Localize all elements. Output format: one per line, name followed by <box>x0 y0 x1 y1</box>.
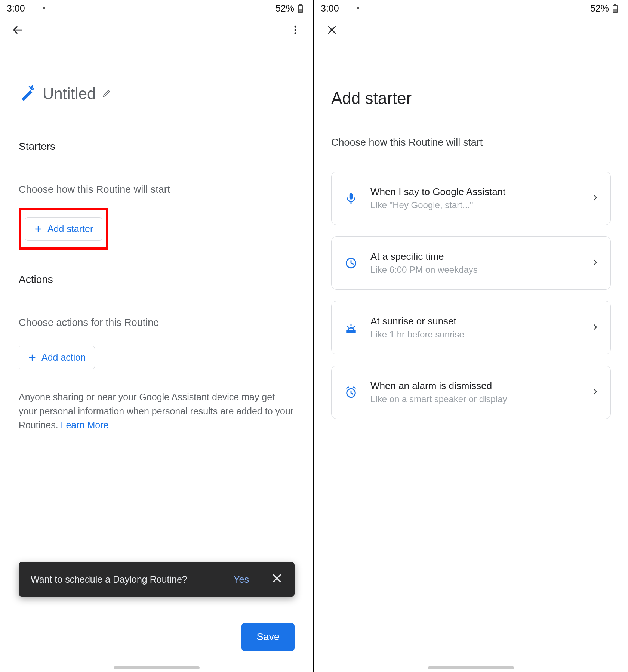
routine-edit-screen: 3:00 52% <box>0 0 314 672</box>
more-notifications-dot <box>43 7 45 9</box>
svg-rect-13 <box>350 193 353 199</box>
add-action-button[interactable]: Add action <box>19 346 95 369</box>
battery-icon <box>298 4 303 13</box>
more-notifications-dot <box>357 7 359 9</box>
sunrise-icon <box>343 321 359 334</box>
option-title: When an alarm is dismissed <box>370 380 580 392</box>
chevron-right-icon <box>591 323 599 333</box>
option-desc: Like on a smart speaker or display <box>370 394 580 404</box>
starters-heading: Starters <box>19 141 295 152</box>
highlight-annotation: Add starter <box>19 208 108 250</box>
status-right: 52% <box>575 3 618 14</box>
microphone-icon <box>343 192 359 205</box>
page-title: Add starter <box>331 89 611 108</box>
routine-name: Untitled <box>43 85 96 103</box>
snackbar-close-button[interactable] <box>271 573 283 586</box>
learn-more-link[interactable]: Learn More <box>61 420 109 430</box>
home-indicator[interactable] <box>114 666 200 669</box>
back-button[interactable] <box>9 21 27 39</box>
starter-option-alarm[interactable]: When an alarm is dismissed Like on a sma… <box>331 366 611 419</box>
alarm-clock-icon <box>343 386 359 399</box>
svg-point-7 <box>295 32 296 34</box>
status-right: 52% <box>261 3 303 14</box>
clock-text: 3:00 <box>321 3 339 14</box>
close-button[interactable] <box>323 21 341 39</box>
battery-text: 52% <box>590 3 609 14</box>
starter-option-time[interactable]: At a specific time Like 6:00 PM on weekd… <box>331 236 611 290</box>
clock-text: 3:00 <box>7 3 25 14</box>
status-bar: 3:00 52% <box>314 0 628 16</box>
add-starter-button[interactable]: Add starter <box>25 217 102 241</box>
svg-rect-15 <box>346 332 356 333</box>
starters-subtitle: Choose how this Routine will start <box>19 184 295 195</box>
actions-subtitle: Choose actions for this Routine <box>19 317 295 329</box>
home-indicator[interactable] <box>428 666 514 669</box>
privacy-disclaimer: Anyone sharing or near your Google Assis… <box>19 390 295 432</box>
chevron-right-icon <box>591 388 599 397</box>
snackbar-text: Want to schedule a Daylong Routine? <box>31 574 234 585</box>
add-starter-content: Add starter Choose how this Routine will… <box>314 43 628 419</box>
page-subtitle: Choose how this Routine will start <box>331 137 611 148</box>
edit-name-button[interactable] <box>102 89 111 99</box>
option-desc: Like 6:00 PM on weekdays <box>370 265 580 275</box>
disclaimer-text: Anyone sharing or near your Google Assis… <box>19 392 293 430</box>
actions-heading: Actions <box>19 274 295 286</box>
chevron-right-icon <box>591 258 599 268</box>
clock-icon <box>343 257 359 269</box>
status-left: 3:00 <box>7 3 45 14</box>
add-starter-label: Add starter <box>47 224 93 234</box>
starter-option-sunrise[interactable]: At sunrise or sunset Like 1 hr before su… <box>331 301 611 354</box>
app-bar <box>0 16 313 43</box>
option-desc: Like "Hey Google, start..." <box>370 200 580 210</box>
battery-text: 52% <box>275 3 294 14</box>
snackbar-yes-button[interactable]: Yes <box>234 574 249 585</box>
svg-point-5 <box>295 26 296 28</box>
add-starter-screen: 3:00 52% Add starter Choose how this Rou… <box>314 0 628 672</box>
overflow-menu-button[interactable] <box>286 21 304 39</box>
magic-wand-icon <box>19 84 36 103</box>
option-desc: Like 1 hr before sunrise <box>370 329 580 340</box>
option-title: At sunrise or sunset <box>370 315 580 327</box>
option-title: When I say to Google Assistant <box>370 186 580 198</box>
routine-title-row: Untitled <box>19 84 295 103</box>
option-title: At a specific time <box>370 251 580 262</box>
app-bar <box>314 16 628 43</box>
save-button[interactable]: Save <box>241 623 295 651</box>
daylong-routine-snackbar: Want to schedule a Daylong Routine? Yes <box>19 562 295 597</box>
bottom-action-bar: Save <box>0 616 313 658</box>
starter-option-list: When I say to Google Assistant Like "Hey… <box>331 172 611 419</box>
add-action-label: Add action <box>41 352 86 363</box>
chevron-right-icon <box>591 194 599 203</box>
svg-point-6 <box>295 29 296 31</box>
status-bar: 3:00 52% <box>0 0 313 16</box>
starter-option-voice[interactable]: When I say to Google Assistant Like "Hey… <box>331 172 611 225</box>
battery-icon <box>613 4 618 13</box>
status-left: 3:00 <box>321 3 359 14</box>
